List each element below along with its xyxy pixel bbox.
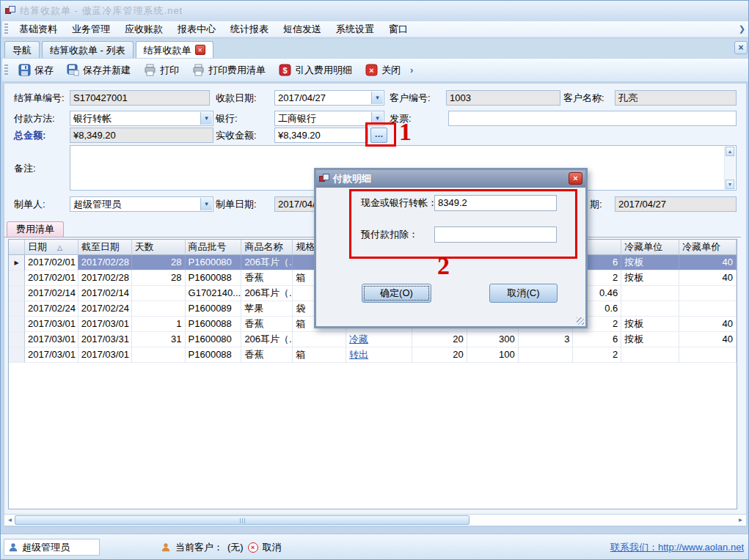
grid-cell[interactable]: 2017/02/24 <box>25 301 78 317</box>
grid-cell[interactable]: 28 <box>132 270 186 286</box>
grid-cell[interactable]: 2017/03/01 <box>78 347 132 363</box>
tabgroup-close-button[interactable]: × <box>734 41 748 54</box>
grid-cell[interactable]: 206耳片（... <box>241 286 293 301</box>
print-fee-list-button[interactable]: 打印费用清单 <box>186 62 272 79</box>
close-button[interactable]: × 关闭 <box>359 62 407 79</box>
menu-item-settings[interactable]: 系统设置 <box>329 21 381 37</box>
grid-cell[interactable]: 香蕉 <box>241 347 293 363</box>
grid-cell[interactable]: 按板 <box>621 332 679 347</box>
grid-cell[interactable]: 按板 <box>621 270 679 286</box>
grid-cell[interactable]: 28 <box>132 255 186 270</box>
cancel-customer-icon[interactable]: × <box>248 542 258 553</box>
pay-method-combo[interactable]: 银行转帐 ▾ <box>70 111 213 126</box>
scrollbar-thumb[interactable] <box>15 515 470 525</box>
cancel-customer-link[interactable]: 取消 <box>263 541 282 554</box>
grid-cell[interactable]: P1600080 <box>186 255 242 270</box>
grid-cell[interactable]: 转出 <box>346 347 412 363</box>
print-button[interactable]: 打印 <box>137 62 186 79</box>
cancel-button[interactable]: 取消(C) <box>489 284 558 303</box>
tab-settlement-receipt[interactable]: 结算收款单 × <box>136 41 213 58</box>
menu-item-report-center[interactable]: 报表中心 <box>170 21 223 37</box>
grid-cell[interactable]: P1600088 <box>186 317 242 332</box>
tab-fee-list[interactable]: 费用清单 <box>7 221 64 237</box>
remark-scrollbar[interactable]: ▲ ▼ <box>724 147 735 189</box>
grid-cell[interactable]: 3 <box>519 332 574 347</box>
grid-cell[interactable]: 40 <box>679 255 737 270</box>
grid-cell[interactable]: 6 <box>573 332 621 347</box>
tab-navigation[interactable]: 导航 <box>4 41 40 58</box>
grid-cell[interactable]: 2017/03/01 <box>78 317 132 332</box>
total-amount-field[interactable]: ¥8,349.20 <box>70 128 213 143</box>
creator-combo[interactable]: 超级管理员 ▾ <box>70 196 213 212</box>
menu-item-window[interactable]: 窗口 <box>381 21 415 37</box>
column-header[interactable]: 商品名称 <box>241 240 293 255</box>
menu-overflow-arrow[interactable]: ❯ <box>739 24 745 34</box>
contact-link[interactable]: 联系我们：http://www.aolan.net <box>610 541 744 554</box>
column-header[interactable]: 冷藏单价 <box>679 240 737 255</box>
grid-cell[interactable] <box>132 301 186 317</box>
menu-item-basic-data[interactable]: 基础资料 <box>12 21 65 37</box>
column-header-blank[interactable] <box>9 240 25 255</box>
menu-item-stat-report[interactable]: 统计报表 <box>223 21 276 37</box>
grid-cell[interactable] <box>621 286 679 301</box>
grid-cell[interactable]: P1600088 <box>186 347 242 363</box>
grid-cell[interactable]: 2017/02/28 <box>78 255 132 270</box>
column-header[interactable]: 冷藏单位 <box>621 240 679 255</box>
chevron-down-icon[interactable]: ▾ <box>371 92 383 104</box>
grid-cell[interactable]: 香蕉 <box>241 317 293 332</box>
grid-cell[interactable]: 206耳片（... <box>241 332 293 347</box>
grid-cell[interactable]: 40 <box>679 332 737 347</box>
menu-item-business[interactable]: 业务管理 <box>65 21 117 37</box>
save-button[interactable]: 保存 <box>12 62 60 79</box>
chevron-down-icon[interactable]: ▾ <box>200 198 212 210</box>
tab-settlement-list[interactable]: 结算收款单 - 列表 <box>42 41 134 58</box>
grid-cell[interactable]: 苹果 <box>241 301 293 317</box>
menu-item-sms[interactable]: 短信发送 <box>276 21 329 37</box>
grid-cell[interactable]: 40 <box>679 270 737 286</box>
column-header[interactable]: 截至日期 <box>78 240 132 255</box>
grid-cell[interactable]: 100 <box>467 347 519 363</box>
grid-cell[interactable] <box>621 301 679 317</box>
grid-cell[interactable] <box>132 347 186 363</box>
column-header[interactable]: 日期△ <box>25 240 78 255</box>
scroll-down-icon[interactable]: ▼ <box>726 180 734 189</box>
grid-cell[interactable]: 2 <box>573 347 621 363</box>
scroll-right-icon[interactable]: ► <box>736 515 745 525</box>
grid-cell[interactable] <box>132 286 186 301</box>
received-amount-field[interactable]: ¥8,349.20 <box>274 128 368 143</box>
grid-cell[interactable]: P1600080 <box>186 332 242 347</box>
grid-cell[interactable]: P1600088 <box>186 270 242 286</box>
modify-date-field[interactable]: 2017/04/27 <box>615 196 737 212</box>
grid-cell[interactable]: 2017/03/01 <box>25 317 78 332</box>
chevron-down-icon[interactable]: ▾ <box>200 112 212 125</box>
grid-cell[interactable]: 箱 <box>293 347 346 363</box>
grid-cell[interactable]: 20 <box>412 332 467 347</box>
grid-cell[interactable]: 按板 <box>621 317 679 332</box>
grid-cell[interactable]: 2017/02/01 <box>25 255 78 270</box>
grid-cell[interactable]: 2017/03/01 <box>25 332 78 347</box>
grid-cell[interactable]: P1600089 <box>186 301 242 317</box>
grid-cell[interactable] <box>679 286 737 301</box>
grid-cell[interactable]: 2017/03/01 <box>25 347 78 363</box>
grid-cell[interactable] <box>293 332 346 347</box>
table-row[interactable]: 2017/03/012017/03/3131P1600080206耳片（...冷… <box>9 332 737 347</box>
grid-cell[interactable]: 40 <box>679 317 737 332</box>
grid-cell[interactable] <box>679 301 737 317</box>
horizontal-scrollbar[interactable]: ◄ ► <box>4 514 747 526</box>
grid-cell[interactable] <box>621 347 679 363</box>
column-header[interactable]: 商品批号 <box>186 240 242 255</box>
table-row[interactable]: 2017/03/012017/03/01P1600088香蕉箱转出201002 <box>9 347 737 363</box>
grid-cell[interactable]: 206耳片（... <box>241 255 293 270</box>
grid-cell[interactable]: 2017/02/24 <box>78 301 132 317</box>
grid-cell[interactable]: 冷藏 <box>346 332 412 347</box>
save-and-new-button[interactable]: 保存并新建 <box>60 62 137 79</box>
grid-cell[interactable]: 2017/03/31 <box>78 332 132 347</box>
grid-cell[interactable]: 300 <box>467 332 519 347</box>
grid-cell[interactable]: 31 <box>132 332 186 347</box>
grid-cell[interactable]: 20 <box>412 347 467 363</box>
scroll-left-icon[interactable]: ◄ <box>5 515 15 525</box>
dialog-close-icon[interactable]: × <box>569 172 582 185</box>
grid-cell[interactable] <box>519 347 574 363</box>
tab-close-icon[interactable]: × <box>195 45 205 55</box>
receipt-date-combo[interactable]: 2017/04/27 ▾ <box>274 90 384 106</box>
